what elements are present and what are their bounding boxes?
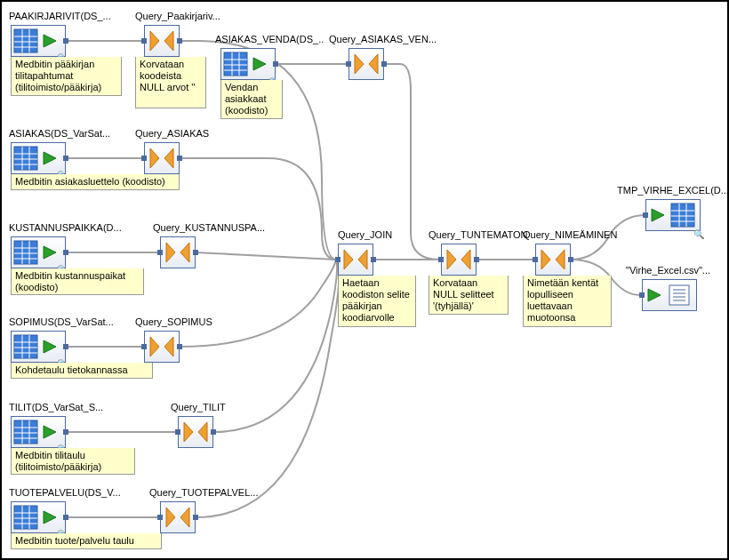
asiakas-venda-source[interactable] (220, 48, 276, 80)
svg-marker-71 (184, 422, 193, 442)
svg-marker-41 (556, 250, 565, 269)
sopimus-source[interactable] (11, 331, 66, 363)
svg-rect-43 (671, 204, 694, 227)
svg-rect-73 (14, 506, 37, 529)
svg-rect-18 (14, 147, 37, 170)
q-kustannuspa-query[interactable] (160, 236, 196, 268)
q-asiakas-query[interactable] (144, 142, 180, 174)
svg-rect-55 (14, 335, 37, 358)
q-tilit-query[interactable] (178, 416, 213, 448)
svg-marker-8 (164, 31, 173, 51)
svg-rect-50 (669, 285, 689, 305)
paakirjarivit-note: Medbitin pääkirjan tilitapahtumat (tilit… (11, 57, 122, 96)
asiakas-venda-note: Vendan asiakkaat (koodisto) (220, 80, 283, 119)
svg-rect-9 (224, 52, 247, 76)
svg-marker-6 (44, 35, 56, 47)
q-sopimus-query[interactable] (144, 331, 180, 363)
q-join-label: Query_JOIN (338, 229, 409, 240)
svg-marker-16 (355, 54, 364, 74)
asiakas-label: ASIAKAS(DS_VarSat... (9, 128, 116, 139)
tuotepalvelu-label: TUOTEPALVELU(DS_V... (9, 487, 133, 498)
q-sopimus-label: Query_SOPIMUS (135, 316, 242, 327)
asiakas-venda-label: ASIAKAS_VENDA(DS_.. (215, 34, 331, 44)
tilit-note: Medbitin tilitaulu (tilitoimisto/pääkirj… (11, 448, 135, 475)
q-asiakas-ven-query[interactable] (348, 48, 384, 80)
svg-marker-63 (164, 337, 173, 356)
svg-rect-64 (14, 420, 37, 444)
tmp-virhe-target[interactable] (645, 199, 701, 231)
svg-marker-24 (44, 152, 56, 164)
svg-marker-34 (166, 243, 175, 262)
diagram-canvas: PAAKIRJARIVIT(DS_... 🔍 Medbitin pääkirja… (0, 0, 729, 560)
kustannuspaikka-label: KUSTANNUSPAIKKA(D... (9, 222, 124, 233)
svg-marker-26 (164, 148, 173, 168)
q-tuntematon-label: Query_TUNTEMATON (429, 229, 535, 240)
svg-marker-80 (166, 508, 175, 527)
svg-rect-0 (14, 29, 37, 52)
tilit-source[interactable] (11, 416, 66, 448)
svg-marker-35 (180, 243, 189, 262)
svg-marker-39 (461, 250, 470, 269)
q-paakirjariv-query[interactable] (144, 25, 180, 57)
q-kustannuspa-label: Query_KUSTANNUSPA... (153, 222, 277, 233)
svg-marker-70 (44, 426, 56, 438)
svg-marker-79 (44, 511, 56, 524)
sopimus-label: SOPIMUS(DS_VarSat... (9, 316, 116, 327)
sopimus-note: Kohdetaulu tietokannassa (11, 363, 153, 379)
q-asiakas-label: Query_ASIAKAS (135, 128, 242, 139)
q-tuotepalvel-query[interactable] (160, 501, 196, 533)
q-join-query[interactable] (338, 244, 373, 276)
q-tuntematon-query[interactable] (441, 244, 477, 276)
tilit-label: TILIT(DS_VarSat_S... (9, 402, 116, 412)
tuotepalvelu-note: Medbitin tuote/palvelu taulu (11, 533, 162, 549)
svg-marker-42 (652, 209, 664, 221)
q-join-note: Haetaan koodiston selite pääkirjan koodi… (338, 276, 416, 327)
tuotepalvelu-source[interactable] (11, 501, 66, 533)
svg-marker-36 (344, 250, 353, 269)
paakirjarivit-source[interactable] (11, 25, 66, 57)
q-tuotepalvel-label: Query_TUOTEPALVEL... (149, 487, 274, 498)
svg-marker-40 (541, 250, 550, 269)
svg-marker-7 (150, 31, 159, 51)
tmp-virhe-label: TMP_VIRHE_EXCEL(D... (617, 185, 729, 196)
asiakas-source[interactable] (11, 142, 66, 174)
asiakas-note: Medbitin asiakasluettelo (koodisto) (11, 174, 180, 190)
q-nimeaminen-note: Nimetään kentät lopulliseen luettavaan m… (523, 276, 612, 327)
q-tilit-label: Query_TILIT (171, 402, 260, 412)
svg-rect-27 (14, 241, 37, 264)
q-paakirjariv-note: Korvataan koodeista NULL arvot '' (135, 57, 206, 108)
svg-marker-81 (180, 508, 189, 527)
svg-marker-61 (44, 340, 56, 353)
virhe-csv-target[interactable] (642, 279, 697, 311)
virhe-csv-label: "Virhe_Excel.csv"... (626, 265, 729, 276)
q-asiakas-ven-label: Query_ASIAKAS_VEN... (329, 34, 453, 44)
svg-marker-17 (369, 54, 378, 74)
svg-marker-25 (150, 148, 159, 168)
svg-marker-62 (150, 337, 159, 356)
q-paakirjariv-label: Query_Paakirjariv... (135, 11, 242, 21)
q-nimeaminen-label: Query_NIMEÄMINEN (523, 229, 629, 240)
svg-marker-15 (253, 58, 266, 70)
kustannuspaikka-source[interactable] (11, 236, 66, 268)
svg-marker-37 (358, 250, 367, 269)
kustannuspaikka-note: Medbitin kustannuspaikat (koodisto) (11, 268, 144, 295)
svg-marker-33 (44, 246, 56, 259)
svg-marker-49 (648, 289, 661, 301)
magnifier-icon[interactable]: 🔍 (693, 229, 702, 238)
q-nimeaminen-query[interactable] (535, 244, 571, 276)
svg-marker-72 (198, 422, 207, 442)
q-tuntematon-note: Korvataan NULL selitteet '(tyhjällä)' (429, 276, 509, 315)
svg-marker-38 (447, 250, 456, 269)
paakirjarivit-label: PAAKIRJARIVIT(DS_... (9, 11, 116, 21)
